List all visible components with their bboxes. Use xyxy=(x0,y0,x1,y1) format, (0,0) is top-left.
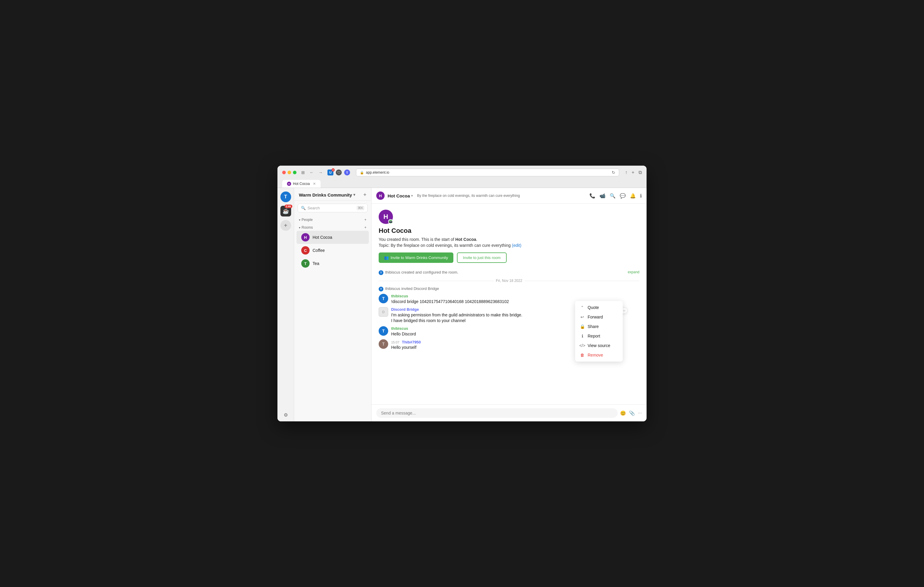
source-icon: </> xyxy=(580,343,585,348)
maximize-button[interactable] xyxy=(293,171,297,174)
url-display: app.element.io xyxy=(366,170,389,174)
search-shortcut: ⌘K xyxy=(356,206,365,210)
icon-sidebar: T ☕ 2.6k + ⚙ xyxy=(277,188,294,421)
context-remove[interactable]: 🗑 Remove xyxy=(575,350,623,360)
back-button[interactable]: ← xyxy=(309,169,315,176)
community-badge: 2.6k xyxy=(285,205,292,208)
video-call-icon[interactable]: 📹 xyxy=(599,193,606,199)
room-avatar-hotcocoa: H xyxy=(301,233,310,242)
community-name[interactable]: Warm Drinks Community ▾ xyxy=(299,192,355,197)
search-bar[interactable]: 🔍 Search ⌘K xyxy=(298,204,368,212)
notifications-icon[interactable]: 🔔 xyxy=(630,193,636,199)
reload-icon[interactable]: ↻ xyxy=(612,170,615,175)
user-avatar[interactable]: T xyxy=(280,191,291,202)
people-section-header[interactable]: ▾ People + xyxy=(294,215,371,223)
context-forward[interactable]: ↩ Forward xyxy=(575,312,623,322)
msg-sender-thibiscus: thibiscus xyxy=(391,294,639,298)
attachment-icon[interactable]: 📎 xyxy=(629,410,635,416)
new-tab-icon[interactable]: + xyxy=(632,170,634,175)
room-dropdown-icon: ▾ xyxy=(411,194,413,198)
message-input-icons: 😊 📎 ··· xyxy=(620,410,642,416)
tab-title: Hot Cocoa xyxy=(293,182,310,186)
more-input-icon[interactable]: ··· xyxy=(638,410,642,416)
msg-avatar-thibiscus: T xyxy=(379,294,388,303)
search-icon: 🔍 xyxy=(301,206,306,210)
room-avatar-tea: T xyxy=(301,259,310,268)
msg-time-thib7950: 15:07 xyxy=(391,340,399,344)
settings-icon[interactable]: ⚙ xyxy=(284,412,288,418)
browser-tab[interactable]: H Hot Cocoa ✕ xyxy=(282,180,321,187)
msg-avatar-thibiscus-2: T xyxy=(379,326,388,336)
context-quote[interactable]: " Quote xyxy=(575,303,623,312)
people-chevron-icon: ▾ xyxy=(299,218,300,222)
room-header: H Hot Cocoa ▾ By the fireplace on cold e… xyxy=(371,188,647,204)
rooms-section-header[interactable]: ▾ Rooms + xyxy=(294,223,371,231)
system-message-1: T thibiscus created and configured the r… xyxy=(379,270,639,275)
minimize-button[interactable] xyxy=(287,171,291,174)
invite-community-button[interactable]: 👥 Invite to Warm Drinks Community xyxy=(379,252,454,263)
main-content: H Hot Cocoa ▾ By the fireplace on cold e… xyxy=(371,188,647,421)
message-input-area: 😊 📎 ··· xyxy=(371,404,647,421)
browser-controls: ⊞ ← → xyxy=(300,169,324,176)
invite-buttons: 👥 Invite to Warm Drinks Community Invite… xyxy=(379,252,639,263)
room-name-hotcocoa: Hot Cocoa xyxy=(313,235,332,240)
room-header-topic: By the fireplace on cold evenings, its w… xyxy=(417,194,520,198)
extension-icon-3[interactable]: ⊽ xyxy=(344,169,350,176)
add-rooms-icon[interactable]: + xyxy=(365,225,366,230)
address-bar[interactable]: 🔒 app.element.io ↻ xyxy=(356,169,619,176)
room-header-name[interactable]: Hot Cocoa ▾ xyxy=(388,193,413,198)
message-input[interactable] xyxy=(376,408,618,418)
room-sidebar-header: Warm Drinks Community ▾ + xyxy=(294,188,371,201)
room-name-coffee: Coffee xyxy=(313,248,325,253)
community-dropdown-icon: ▾ xyxy=(353,193,355,197)
invite-community-icon: 👥 xyxy=(384,255,389,260)
share-icon: 🔒 xyxy=(580,324,585,329)
tab-overview-icon[interactable]: ⧉ xyxy=(639,170,642,175)
remove-icon: 🗑 xyxy=(580,353,585,357)
report-icon: ℹ xyxy=(580,334,585,339)
expand-button[interactable]: expand xyxy=(628,270,639,274)
room-name-tea: Tea xyxy=(313,261,319,266)
threads-icon[interactable]: 💬 xyxy=(620,193,626,199)
system-icon-2: T xyxy=(379,287,383,291)
context-menu: " Quote ↩ Forward 🔒 Share ℹ Report </> xyxy=(575,301,623,362)
quote-icon: " xyxy=(580,305,585,310)
context-share[interactable]: 🔒 Share xyxy=(575,322,623,331)
edit-topic-link[interactable]: (edit) xyxy=(512,243,521,248)
context-report[interactable]: ℹ Report xyxy=(575,331,623,341)
room-avatar-coffee: C xyxy=(301,246,310,255)
forward-button[interactable]: → xyxy=(317,169,324,176)
room-intro-desc: You created this room. This is the start… xyxy=(379,237,639,242)
add-room-button[interactable]: + xyxy=(363,192,366,197)
context-view-source[interactable]: </> View source xyxy=(575,341,623,350)
room-intro-avatar-badge: 📷 xyxy=(388,219,393,224)
add-community-button[interactable]: + xyxy=(280,220,291,231)
share-browser-icon[interactable]: ↑ xyxy=(625,170,627,175)
sidebar-bottom-icons: ⚙ xyxy=(284,412,288,418)
emoji-input-icon[interactable]: 😊 xyxy=(620,410,626,416)
room-info-icon[interactable]: ℹ xyxy=(640,193,642,199)
search-room-icon[interactable]: 🔍 xyxy=(610,193,615,199)
rooms-chevron-icon: ▾ xyxy=(299,226,300,229)
forward-icon: ↩ xyxy=(580,315,585,319)
msg-sender-thib7950: Thib#7950 xyxy=(402,340,421,344)
app-container: T ☕ 2.6k + ⚙ Warm Drinks Community ▾ + xyxy=(277,188,647,421)
room-intro-topic: Topic: By the fireplace on cold evenings… xyxy=(379,243,639,248)
room-item-hotcocoa[interactable]: H Hot Cocoa xyxy=(297,231,369,244)
browser-chrome: ⊞ ← → U 2 🛡 ⊽ 🔒 app.element.io ↻ ↑ xyxy=(277,166,647,188)
add-people-icon[interactable]: + xyxy=(365,218,366,222)
close-button[interactable] xyxy=(282,171,286,174)
invite-room-button[interactable]: Invite to just this room xyxy=(457,252,507,263)
room-item-coffee[interactable]: C Coffee xyxy=(297,244,369,257)
extension-icon-1[interactable]: U 2 xyxy=(327,169,333,176)
room-item-tea[interactable]: T Tea xyxy=(297,257,369,270)
system-message-2: T thibiscus invited Discord Bridge xyxy=(379,286,639,291)
community-icon[interactable]: ☕ 2.6k xyxy=(280,206,291,217)
room-intro-title: Hot Cocoa xyxy=(379,227,639,235)
extension-icon-2[interactable]: 🛡 xyxy=(336,169,342,176)
system-icon-1: T xyxy=(379,270,383,275)
room-intro-avatar: H 📷 xyxy=(379,210,393,224)
sidebar-toggle-button[interactable]: ⊞ xyxy=(300,169,306,176)
msg-avatar-thib7950: T xyxy=(379,339,388,349)
voice-call-icon[interactable]: 📞 xyxy=(589,193,596,199)
